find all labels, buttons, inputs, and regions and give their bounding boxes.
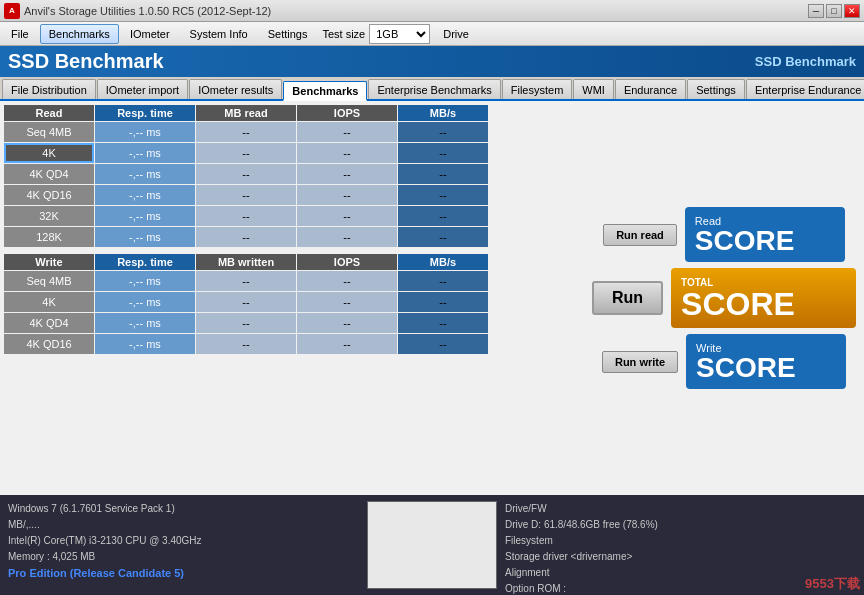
status-os: Windows 7 (6.1.7601 Service Pack 1) bbox=[8, 501, 359, 517]
read-4k-iops: -- bbox=[297, 143, 397, 163]
status-storage-driver: Storage driver <drivername> bbox=[505, 549, 856, 565]
tab-settings[interactable]: Settings bbox=[687, 79, 745, 99]
write-row-seq4mb: Seq 4MB -,-- ms -- -- -- bbox=[4, 271, 580, 291]
status-center-panel bbox=[367, 501, 497, 589]
status-cpu: Intel(R) Core(TM) i3-2130 CPU @ 3.40GHz bbox=[8, 533, 359, 549]
menu-benchmarks[interactable]: Benchmarks bbox=[40, 24, 119, 44]
write-4k-label: 4K bbox=[4, 292, 94, 312]
tab-enterprise-benchmarks[interactable]: Enterprise Benchmarks bbox=[368, 79, 500, 99]
tab-file-distribution[interactable]: File Distribution bbox=[2, 79, 96, 99]
read-seq4mb-ms: -,-- ms bbox=[95, 122, 195, 142]
test-size-label: Test size bbox=[322, 28, 365, 40]
write-seq4mb-label: Seq 4MB bbox=[4, 271, 94, 291]
status-option-rom: Option ROM : bbox=[505, 581, 856, 595]
write-col-header: Write bbox=[4, 254, 94, 270]
ssd-header: SSD Benchmark SSD Benchmark bbox=[0, 46, 864, 77]
write-4k-ms: -,-- ms bbox=[95, 292, 195, 312]
write-row-4kqd4: 4K QD4 -,-- ms -- -- -- bbox=[4, 313, 580, 333]
tab-filesystem[interactable]: Filesystem bbox=[502, 79, 573, 99]
write-4kqd16-ms: -,-- ms bbox=[95, 334, 195, 354]
write-4kqd4-ms: -,-- ms bbox=[95, 313, 195, 333]
tab-wmi[interactable]: WMI bbox=[573, 79, 614, 99]
read-4kqd4-label: 4K QD4 bbox=[4, 164, 94, 184]
mbs-col-header: MB/s bbox=[398, 105, 488, 121]
tab-benchmarks[interactable]: Benchmarks bbox=[283, 81, 367, 101]
read-128k-mb: -- bbox=[196, 227, 296, 247]
tab-iometer-import[interactable]: IOmeter import bbox=[97, 79, 188, 99]
read-row-4kqd4: 4K QD4 -,-- ms -- -- -- bbox=[4, 164, 580, 184]
bench-table: Read Resp. time MB read IOPS MB/s Seq 4M… bbox=[0, 101, 584, 495]
write-4kqd16-label: 4K QD16 bbox=[4, 334, 94, 354]
write-row-4kqd16: 4K QD16 -,-- ms -- -- -- bbox=[4, 334, 580, 354]
status-drive-fw: Drive/FW bbox=[505, 501, 856, 517]
menu-iometer[interactable]: IOmeter bbox=[121, 24, 179, 44]
read-4kqd4-iops: -- bbox=[297, 164, 397, 184]
read-128k-ms: -,-- ms bbox=[95, 227, 195, 247]
app-icon: A bbox=[4, 3, 20, 19]
read-32k-mb: -- bbox=[196, 206, 296, 226]
read-4kqd4-ms: -,-- ms bbox=[95, 164, 195, 184]
tab-bar: File Distribution IOmeter import IOmeter… bbox=[0, 77, 864, 101]
test-size-select[interactable]: 1GB 512MB 256MB bbox=[369, 24, 430, 44]
read-128k-label: 128K bbox=[4, 227, 94, 247]
status-memory: Memory : 4,025 MB bbox=[8, 549, 359, 565]
read-score-value: SCORE bbox=[695, 227, 795, 255]
ssd-title: SSD Benchmark bbox=[8, 50, 164, 73]
run-write-button[interactable]: Run write bbox=[602, 351, 678, 373]
write-4kqd4-mb: -- bbox=[196, 313, 296, 333]
write-4kqd4-iops: -- bbox=[297, 313, 397, 333]
read-row-128k: 128K -,-- ms -- -- -- bbox=[4, 227, 580, 247]
tab-endurance[interactable]: Endurance bbox=[615, 79, 686, 99]
close-button[interactable]: ✕ bbox=[844, 4, 860, 18]
read-4kqd16-iops: -- bbox=[297, 185, 397, 205]
status-right: Drive/FW Drive D: 61.8/48.6GB free (78.6… bbox=[505, 501, 856, 589]
write-4kqd16-iops: -- bbox=[297, 334, 397, 354]
read-4kqd16-mb: -- bbox=[196, 185, 296, 205]
write-4kqd16-mb: -- bbox=[196, 334, 296, 354]
menu-drive[interactable]: Drive bbox=[434, 24, 478, 44]
read-seq4mb-label: Seq 4MB bbox=[4, 122, 94, 142]
write-4kqd16-mbs: -- bbox=[398, 334, 488, 354]
read-4k-label: 4K bbox=[4, 143, 94, 163]
read-seq4mb-mbs: -- bbox=[398, 122, 488, 142]
tab-enterprise-endurance[interactable]: Enterprise Endurance bbox=[746, 79, 864, 99]
write-seq4mb-ms: -,-- ms bbox=[95, 271, 195, 291]
menu-settings[interactable]: Settings bbox=[259, 24, 317, 44]
write-iops-col-header: IOPS bbox=[297, 254, 397, 270]
read-32k-label: 32K bbox=[4, 206, 94, 226]
read-4kqd16-label: 4K QD16 bbox=[4, 185, 94, 205]
write-4k-iops: -- bbox=[297, 292, 397, 312]
mb-read-col-header: MB read bbox=[196, 105, 296, 121]
read-row-4k: 4K -,-- ms -- -- -- bbox=[4, 143, 580, 163]
read-32k-iops: -- bbox=[297, 206, 397, 226]
menu-file[interactable]: File bbox=[2, 24, 38, 44]
title-bar: A Anvil's Storage Utilities 1.0.50 RC5 (… bbox=[0, 0, 864, 22]
total-score-box[interactable]: TOTAL SCORE bbox=[671, 268, 856, 328]
maximize-button[interactable]: □ bbox=[826, 4, 842, 18]
read-128k-iops: -- bbox=[297, 227, 397, 247]
write-4k-mb: -- bbox=[196, 292, 296, 312]
menu-system-info[interactable]: System Info bbox=[181, 24, 257, 44]
write-4kqd4-label: 4K QD4 bbox=[4, 313, 94, 333]
menu-bar: File Benchmarks IOmeter System Info Sett… bbox=[0, 22, 864, 46]
write-mbs-col-header: MB/s bbox=[398, 254, 488, 270]
write-score-row: Run write Write SCORE bbox=[588, 334, 860, 389]
status-drive-info: Drive D: 61.8/48.6GB free (78.6%) bbox=[505, 517, 856, 533]
read-score-box[interactable]: Read SCORE bbox=[685, 207, 845, 262]
run-read-button[interactable]: Run read bbox=[603, 224, 677, 246]
write-seq4mb-iops: -- bbox=[297, 271, 397, 291]
read-4kqd16-ms: -,-- ms bbox=[95, 185, 195, 205]
title-bar-buttons: ─ □ ✕ bbox=[808, 4, 860, 18]
minimize-button[interactable]: ─ bbox=[808, 4, 824, 18]
status-filesystem: Filesystem bbox=[505, 533, 856, 549]
tab-iometer-results[interactable]: IOmeter results bbox=[189, 79, 282, 99]
write-row-4k: 4K -,-- ms -- -- -- bbox=[4, 292, 580, 312]
read-4k-mbs: -- bbox=[398, 143, 488, 163]
write-seq4mb-mb: -- bbox=[196, 271, 296, 291]
write-score-box[interactable]: Write SCORE bbox=[686, 334, 846, 389]
total-score-row: Run TOTAL SCORE bbox=[588, 268, 860, 328]
read-seq4mb-mb: -- bbox=[196, 122, 296, 142]
run-button[interactable]: Run bbox=[592, 281, 663, 315]
read-32k-ms: -,-- ms bbox=[95, 206, 195, 226]
status-alignment: Alignment bbox=[505, 565, 856, 581]
